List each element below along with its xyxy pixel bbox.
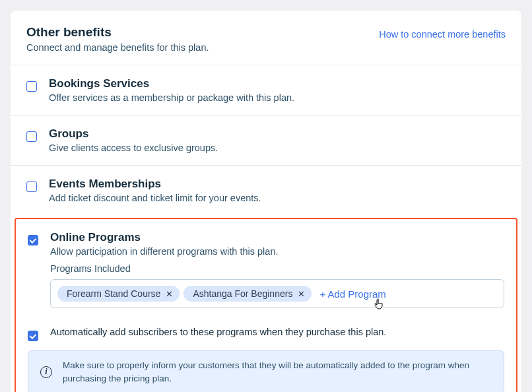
info-banner-text: Make sure to properly inform your custom… bbox=[63, 359, 492, 385]
bookings-title: Bookings Services bbox=[49, 77, 506, 90]
how-to-connect-link[interactable]: How to connect more benefits bbox=[379, 29, 506, 40]
benefit-row-groups: Groups Give clients access to exclusive … bbox=[11, 115, 521, 165]
card-header-text: Other benefits Connect and manage benefi… bbox=[26, 25, 379, 53]
programs-included-label: Programs Included bbox=[50, 263, 504, 274]
program-chip-label: Ashtanga For Beginners bbox=[193, 288, 292, 299]
auto-add-row: Automatically add subscribers to these p… bbox=[16, 317, 516, 341]
cursor-pointer-icon bbox=[374, 298, 385, 312]
card-subtitle: Connect and manage benefits for this pla… bbox=[26, 42, 379, 53]
programs-included-input[interactable]: Forearm Stand Course ✕ Ashtanga For Begi… bbox=[50, 279, 504, 308]
info-icon: i bbox=[40, 366, 52, 378]
groups-desc: Give clients access to exclusive groups. bbox=[49, 143, 506, 153]
close-icon[interactable]: ✕ bbox=[166, 290, 173, 298]
groups-checkbox[interactable] bbox=[26, 131, 37, 142]
groups-body: Groups Give clients access to exclusive … bbox=[49, 127, 506, 153]
programs-body: Online Programs Allow participation in d… bbox=[50, 231, 504, 257]
benefit-row-events: Events Memberships Add ticket discount a… bbox=[11, 165, 521, 215]
auto-add-text: Automatically add subscribers to these p… bbox=[50, 327, 386, 337]
program-chip: Ashtanga For Beginners ✕ bbox=[183, 286, 312, 302]
online-programs-highlight: Online Programs Allow participation in d… bbox=[15, 218, 517, 392]
auto-add-checkbox[interactable] bbox=[28, 331, 38, 341]
programs-included-area: Programs Included Forearm Stand Course ✕… bbox=[16, 263, 516, 317]
program-chip-label: Forearm Stand Course bbox=[67, 288, 160, 299]
events-body: Events Memberships Add ticket discount a… bbox=[49, 178, 506, 203]
events-desc: Add ticket discount and ticket limit for… bbox=[49, 193, 506, 203]
programs-desc: Allow participation in different program… bbox=[50, 246, 504, 257]
benefit-row-programs: Online Programs Allow participation in d… bbox=[16, 219, 516, 263]
events-title: Events Memberships bbox=[49, 178, 506, 191]
bookings-desc: Offer services as a membership or packag… bbox=[49, 92, 506, 103]
card-title: Other benefits bbox=[26, 25, 379, 40]
benefit-row-bookings: Bookings Services Offer services as a me… bbox=[11, 65, 521, 115]
groups-title: Groups bbox=[49, 127, 506, 141]
program-chip: Forearm Stand Course ✕ bbox=[57, 286, 180, 302]
bookings-body: Bookings Services Offer services as a me… bbox=[49, 77, 506, 103]
programs-checkbox[interactable] bbox=[28, 235, 38, 245]
add-program-button[interactable]: + Add Program bbox=[316, 288, 385, 300]
close-icon[interactable]: ✕ bbox=[298, 290, 305, 298]
card-header: Other benefits Connect and manage benefi… bbox=[11, 11, 521, 65]
info-banner: i Make sure to properly inform your cust… bbox=[28, 350, 504, 392]
benefits-card: Other benefits Connect and manage benefi… bbox=[11, 11, 521, 392]
programs-title: Online Programs bbox=[50, 231, 504, 244]
bookings-checkbox[interactable] bbox=[26, 81, 37, 92]
events-checkbox[interactable] bbox=[26, 181, 37, 192]
